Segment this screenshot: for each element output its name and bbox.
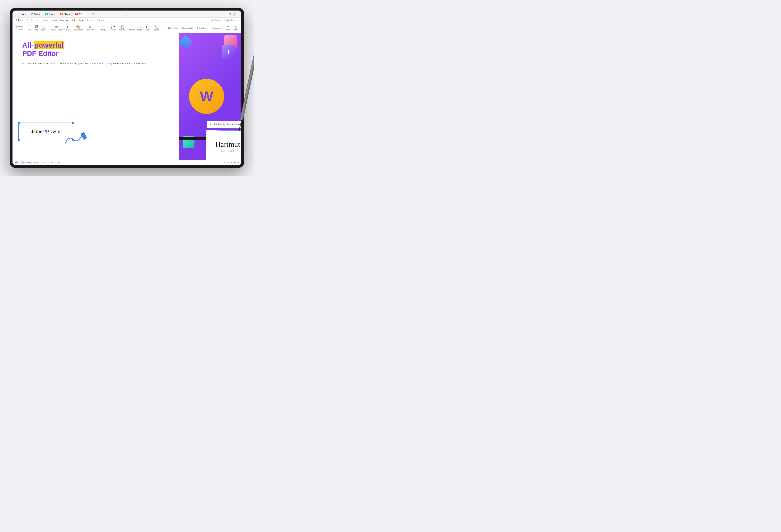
fit-page-button[interactable]: ⊡ [228, 162, 229, 164]
redo-button[interactable]: ↷ [30, 18, 34, 22]
menu-separator-line [40, 19, 40, 22]
tab-writer[interactable]: W Writer [28, 11, 42, 17]
content-area: All-powerful PDF Editor We offer you a n… [12, 33, 241, 160]
select-button[interactable]: ⬡ Select [15, 28, 24, 31]
file-button[interactable]: ☰ File ▾ [14, 18, 25, 22]
grid-view-icon[interactable]: ⊞ [229, 12, 231, 15]
undo-button[interactable]: ↶ [25, 18, 30, 22]
new-tab-button[interactable]: + [86, 12, 90, 16]
deleteline-label: Deleteline [199, 27, 206, 29]
shape-button[interactable]: ◇ Shape ▾ [136, 24, 144, 32]
highlight2-button[interactable]: ✏️ Highlight ▾ [152, 24, 161, 32]
image-label: Image [34, 29, 39, 31]
next-page-button[interactable]: ▷ [48, 162, 50, 164]
image-button[interactable]: 🖼 Image [33, 24, 40, 32]
text-image-group: T Text 🖼 Image 📄 Page ▾ [25, 23, 48, 33]
close-button[interactable]: × [238, 19, 240, 22]
single-page-button[interactable]: ⊞ [231, 162, 232, 164]
annex-button[interactable]: 📎 Annex [232, 24, 239, 32]
tab-pdf-label: PDF [79, 13, 83, 15]
shape-icon: ◇ [138, 26, 141, 29]
page2-button[interactable]: 🗒 Page ▾ [65, 24, 73, 32]
view-icon[interactable]: 👁 [224, 162, 226, 164]
text-icon: T [28, 26, 30, 29]
highlight-icon: 🖊 [101, 26, 105, 29]
underline-label: Underline [170, 27, 178, 29]
deleteline-icon: A [197, 27, 198, 29]
note-icon: 🗒 [146, 26, 149, 29]
headline: All-powerful PDF Editor [22, 41, 171, 58]
minimize-button[interactable]: − [238, 12, 240, 16]
menu-edit[interactable]: Edit [70, 19, 77, 22]
toolbar: ✋ Hand ⬡ Select T Text 🖼 Image [12, 23, 241, 33]
instruction-label: Instruction [119, 29, 126, 31]
tab-sheets-label: Sheets [48, 13, 55, 15]
page-info: 1/1 [44, 162, 47, 164]
background-label: Background [74, 29, 83, 31]
insert-symbol-button[interactable]: Ω Insert Symbol ▾ [180, 24, 196, 32]
more-options[interactable]: ··· [34, 19, 39, 22]
header-footer-button[interactable]: ▤ Header & Footer ▾ [49, 24, 65, 32]
watermark-label: Watermark [86, 29, 94, 31]
menu-page[interactable]: Page [77, 19, 85, 22]
next-button[interactable]: ▷| [51, 162, 53, 164]
header-footer-label: Header & Footer [50, 29, 63, 31]
annex-icon: 📎 [234, 26, 237, 29]
search-label: Search [215, 19, 221, 21]
search-box[interactable]: 🔍 Search [210, 19, 222, 21]
tab-home-label: Home [20, 13, 26, 15]
page2-icon: 🗒 [67, 26, 70, 29]
tab-home[interactable]: ⌂ Home [14, 11, 28, 17]
watermark-button[interactable]: ◈ Watermark ▾ [85, 24, 96, 32]
coop-switch[interactable] [224, 19, 230, 21]
hand-button[interactable]: ✋ Hand [15, 25, 24, 28]
highlight-button[interactable]: 🖊 Highlight ▾ [98, 24, 108, 32]
fit-button[interactable]: ⊡ [55, 162, 56, 164]
tab-options[interactable]: ▾ [91, 12, 95, 16]
select-icon: ⬡ [15, 29, 17, 31]
tab-sheets[interactable]: S Sheets [43, 11, 57, 17]
record-button[interactable]: ⏺ [234, 162, 236, 164]
deleteline-button[interactable]: A Deleteline ▾ [196, 24, 208, 32]
replacements-button[interactable]: ↔ Replacements ▾ [208, 24, 224, 32]
annotate-button[interactable]: 💬 Annotate [108, 24, 117, 32]
prev-button[interactable]: |◁ [37, 162, 39, 164]
underline-button[interactable]: U Underline ▾ [167, 24, 180, 32]
headline-yellow: powerful [34, 41, 65, 49]
menu-insert[interactable]: Insert [50, 19, 58, 22]
grid-button[interactable]: ⊞ [237, 162, 239, 164]
hand-select-buttons: ✋ Hand ⬡ Select [15, 25, 24, 31]
textbox-button[interactable]: ⊡ Textbox [128, 24, 136, 32]
image-icon: 🖼 [35, 26, 38, 29]
textbox-icon: ⊡ [131, 26, 133, 29]
layout-group: ▤ Header & Footer ▾ 🗒 Page ▾ 🎨 Backgro [49, 23, 97, 33]
menu-protect[interactable]: Protect [85, 19, 95, 22]
wps-w-logo: W [200, 88, 213, 104]
tablet-outer: ⌂ Home W Writer S Sheets P Slides P PDF … [10, 8, 244, 168]
corner-tl [18, 122, 20, 124]
tab-slides[interactable]: P Slides [58, 11, 72, 17]
nav-toggle[interactable] [19, 161, 25, 164]
note-button[interactable]: 🗒 Note ▾ [145, 24, 152, 32]
window-controls: ⊞ − [229, 12, 240, 16]
headline-line2: PDF Editor [22, 50, 58, 57]
insert-symbol-label: Insert Symbol [183, 27, 193, 29]
hand-select-group: ✋ Hand ⬡ Select [14, 23, 25, 33]
coop-label: Coop... [231, 19, 237, 21]
camera [126, 9, 128, 11]
prev-page-button[interactable]: ◁ [41, 162, 42, 164]
text-button[interactable]: T Text [26, 24, 33, 32]
tab-pdf[interactable]: P PDF [73, 11, 85, 17]
pdf-icon: P [75, 13, 78, 15]
menu-convert[interactable]: Convert [95, 19, 106, 22]
page-button[interactable]: 📄 Page ▾ [40, 24, 47, 32]
instruction-button[interactable]: 📋 Instruction [118, 24, 127, 32]
draw-button[interactable]: ✏ Draw [225, 24, 232, 32]
body-text: We offer you a neat and clean PDF docume… [22, 62, 171, 66]
menu-home[interactable]: Home [41, 19, 50, 22]
layout-button[interactable]: ⊞ [58, 162, 59, 164]
menu-annotate[interactable]: Annotate [58, 19, 70, 22]
background-button[interactable]: 🎨 Background ▾ [73, 24, 85, 32]
svg-rect-0 [80, 132, 87, 140]
user-avatar[interactable] [233, 12, 237, 16]
